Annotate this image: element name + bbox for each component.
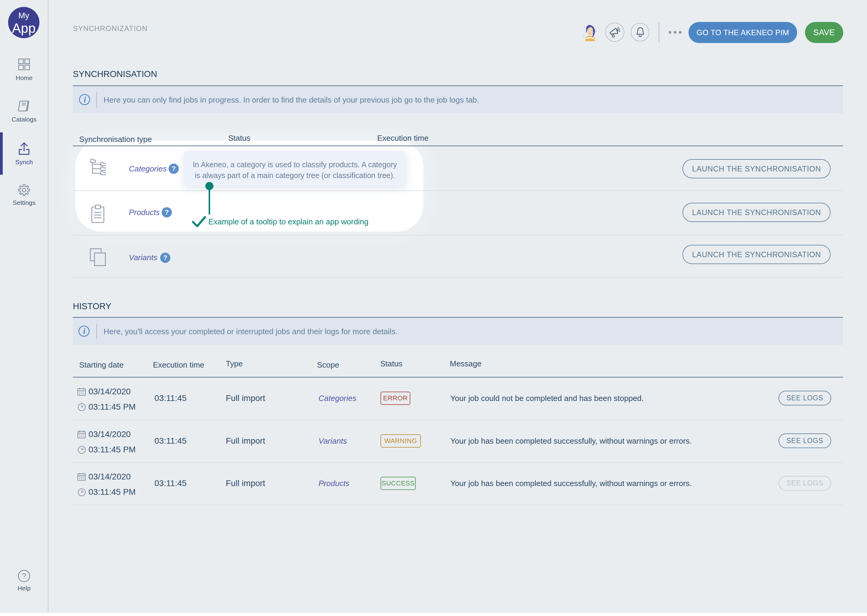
svg-text:i: i bbox=[83, 327, 85, 336]
svg-text:i: i bbox=[84, 95, 86, 104]
svg-text:?: ? bbox=[22, 572, 26, 580]
